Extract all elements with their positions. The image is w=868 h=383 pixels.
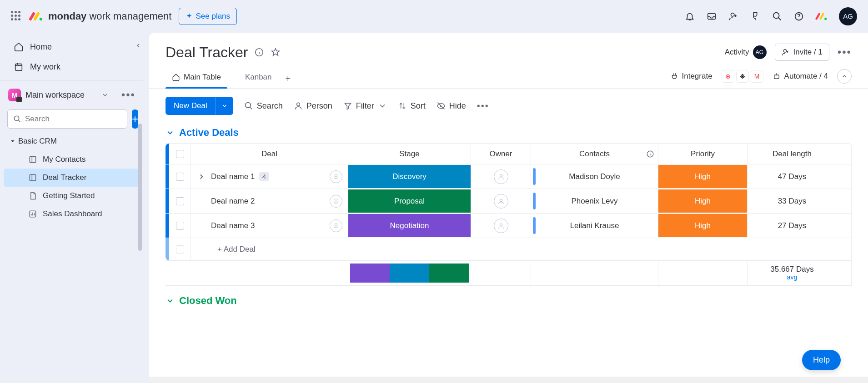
table-search-button[interactable]: Search <box>244 101 283 111</box>
person-filter-button[interactable]: Person <box>294 101 332 111</box>
integration-apps[interactable]: ⊕ ❋ M <box>722 70 763 83</box>
integration-slack-icon[interactable]: ❋ <box>736 70 749 83</box>
filter-button[interactable]: Filter <box>343 101 387 111</box>
tab-label: Kanban <box>245 73 272 82</box>
apps-icon[interactable] <box>750 11 761 22</box>
filter-icon <box>343 101 352 110</box>
stage-cell[interactable]: Discovery <box>348 164 471 189</box>
workspace-selector[interactable]: M Main workspace ••• <box>0 84 144 106</box>
row-checkbox[interactable] <box>176 222 184 230</box>
hide-button[interactable]: Hide <box>437 101 466 111</box>
divider <box>233 74 233 83</box>
board-icon <box>28 173 37 182</box>
see-plans-button[interactable]: See plans <box>179 8 237 25</box>
deal-name-cell[interactable]: Deal name 2 <box>191 189 348 213</box>
board-item-sales-dashboard[interactable]: Sales Dashboard <box>4 205 140 223</box>
automate-button[interactable]: Automate / 4 <box>773 72 828 81</box>
length-summary-cell[interactable]: 35.667 Daysavg <box>748 261 837 285</box>
board-item-deal-tracker[interactable]: Deal Tracker <box>4 169 140 187</box>
board-title[interactable]: Deal Tracker <box>166 44 248 61</box>
favorite-star-icon[interactable] <box>271 47 281 57</box>
sidebar-search-input[interactable] <box>7 109 127 129</box>
length-cell[interactable]: 33 Days <box>748 189 837 213</box>
sidebar-item-home[interactable]: Home <box>4 37 140 56</box>
row-checkbox[interactable] <box>176 197 184 205</box>
integration-gmail-icon[interactable]: M <box>751 70 763 83</box>
chevron-down-icon <box>166 296 175 305</box>
column-header-deal[interactable]: Deal <box>191 144 348 164</box>
column-header-priority[interactable]: Priority <box>658 144 748 164</box>
board-item-getting-started[interactable]: Getting Started <box>4 187 140 205</box>
add-deal-row[interactable]: + Add Deal <box>166 238 851 261</box>
inbox-icon[interactable] <box>706 11 717 22</box>
sidebar-item-mywork[interactable]: My work <box>4 57 140 76</box>
stage-summary-cell[interactable] <box>348 261 471 285</box>
integrate-label: Integrate <box>682 72 712 81</box>
sort-button[interactable]: Sort <box>398 101 426 111</box>
add-update-icon[interactable] <box>330 219 342 232</box>
toolbar-label: Hide <box>449 101 466 111</box>
toolbar-more-button[interactable]: ••• <box>477 101 489 111</box>
contact-color-bar <box>533 217 536 234</box>
column-header-owner[interactable]: Owner <box>471 144 531 164</box>
priority-cell[interactable]: High <box>658 189 748 213</box>
search-everything-icon[interactable] <box>772 11 783 22</box>
column-header-contacts[interactable]: Contacts <box>531 144 658 164</box>
app-launcher-icon[interactable] <box>11 11 22 22</box>
priority-cell[interactable]: High <box>658 164 748 189</box>
sidebar-search-field[interactable] <box>25 114 121 124</box>
owner-cell[interactable] <box>471 164 531 189</box>
contacts-cell[interactable]: Phoenix Levy <box>531 189 658 213</box>
collapse-header-button[interactable] <box>837 69 852 84</box>
help-icon[interactable] <box>793 11 804 22</box>
user-avatar[interactable]: AG <box>839 7 857 25</box>
activity-button[interactable]: Activity AG <box>725 45 767 59</box>
new-deal-button[interactable]: New Deal <box>166 97 216 115</box>
group-title: Closed Won <box>179 295 237 307</box>
board-options-button[interactable]: ••• <box>838 46 852 59</box>
deal-name-cell[interactable]: Deal name 1 4 <box>191 164 348 189</box>
tab-kanban[interactable]: Kanban <box>239 69 278 88</box>
row-checkbox[interactable] <box>176 245 184 254</box>
select-all-checkbox[interactable] <box>176 150 184 158</box>
contacts-cell[interactable]: Madison Doyle <box>531 164 658 189</box>
row-checkbox[interactable] <box>176 173 184 181</box>
sidebar-scrollbar[interactable] <box>138 124 143 337</box>
expand-subitems-icon[interactable] <box>197 173 206 181</box>
stage-cell[interactable]: Negotiation <box>348 214 471 238</box>
integrate-button[interactable]: Integrate <box>670 72 712 81</box>
integration-app-icon[interactable]: ⊕ <box>722 70 734 83</box>
contacts-cell[interactable]: Leilani Krause <box>531 214 658 238</box>
collapse-sidebar-button[interactable] <box>132 39 145 52</box>
invite-button[interactable]: Invite / 1 <box>775 44 829 61</box>
add-view-button[interactable]: + <box>280 71 296 87</box>
group-header-active[interactable]: Active Deals <box>166 127 852 139</box>
notifications-icon[interactable] <box>684 11 695 22</box>
length-cell[interactable]: 47 Days <box>748 164 837 189</box>
tab-main-table[interactable]: Main Table <box>166 69 227 88</box>
invite-members-icon[interactable] <box>728 11 739 22</box>
help-button[interactable]: Help <box>802 350 841 370</box>
add-update-icon[interactable] <box>330 170 342 183</box>
column-header-stage[interactable]: Stage <box>348 144 471 164</box>
add-item-button[interactable]: + <box>132 109 138 129</box>
info-icon[interactable] <box>646 150 654 158</box>
brand[interactable]: monday work management <box>29 9 171 24</box>
workspace-menu-button[interactable]: ••• <box>121 89 135 101</box>
group-header-closed-won[interactable]: Closed Won <box>166 295 852 307</box>
owner-cell[interactable] <box>471 214 531 238</box>
product-switcher-icon[interactable] <box>815 10 828 23</box>
owner-cell[interactable] <box>471 189 531 213</box>
stage-cell[interactable]: Proposal <box>348 189 471 213</box>
folder-basic-crm[interactable]: Basic CRM <box>0 132 144 150</box>
add-update-icon[interactable] <box>330 195 342 208</box>
priority-cell[interactable]: High <box>658 214 748 238</box>
deal-name-cell[interactable]: Deal name 3 <box>191 214 348 238</box>
info-icon[interactable] <box>254 47 264 57</box>
horizontal-scrollbar[interactable] <box>149 377 868 383</box>
length-cell[interactable]: 27 Days <box>748 214 837 238</box>
group-color-bar <box>166 214 169 238</box>
new-deal-dropdown[interactable] <box>216 97 233 115</box>
column-header-length[interactable]: Deal length <box>748 144 837 164</box>
board-item-my-contacts[interactable]: My Contacts <box>4 150 140 169</box>
